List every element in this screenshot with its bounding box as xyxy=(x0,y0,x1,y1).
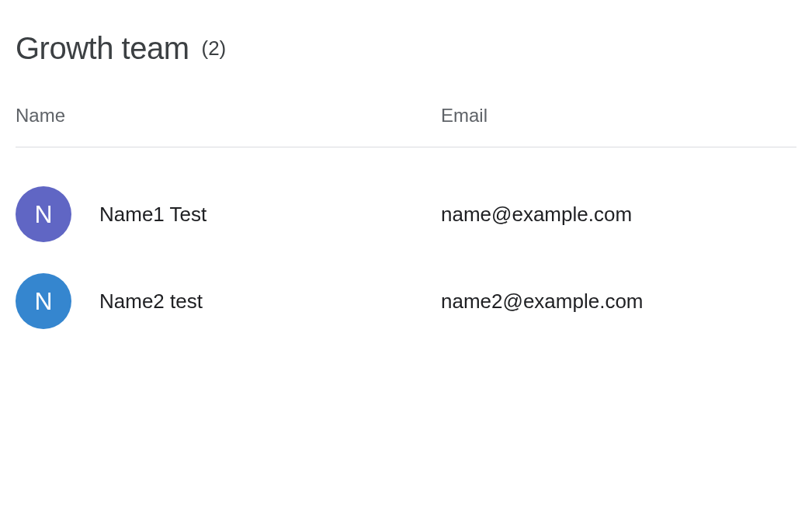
group-header: Growth team (2) xyxy=(16,31,796,66)
group-panel: Growth team (2) Name Email N Name1 Test … xyxy=(0,0,812,360)
member-email: name2@example.com xyxy=(441,289,796,314)
avatar: N xyxy=(16,273,71,329)
member-name: Name1 Test xyxy=(99,203,206,227)
group-title: Growth team xyxy=(16,31,189,66)
name-cell: N Name2 test xyxy=(16,273,441,329)
member-table: Name Email N Name1 Test name@example.com… xyxy=(16,105,796,345)
member-email: name@example.com xyxy=(441,203,796,227)
col-header-email[interactable]: Email xyxy=(441,105,796,127)
avatar: N xyxy=(16,186,71,242)
table-row[interactable]: N Name1 Test name@example.com xyxy=(16,171,796,258)
table-body: N Name1 Test name@example.com N Name2 te… xyxy=(16,147,796,345)
name-cell: N Name1 Test xyxy=(16,186,441,242)
col-header-name[interactable]: Name xyxy=(16,105,441,127)
member-name: Name2 test xyxy=(99,289,203,314)
table-header-row: Name Email xyxy=(16,105,796,147)
table-row[interactable]: N Name2 test name2@example.com xyxy=(16,258,796,345)
member-count: (2) xyxy=(201,36,226,61)
